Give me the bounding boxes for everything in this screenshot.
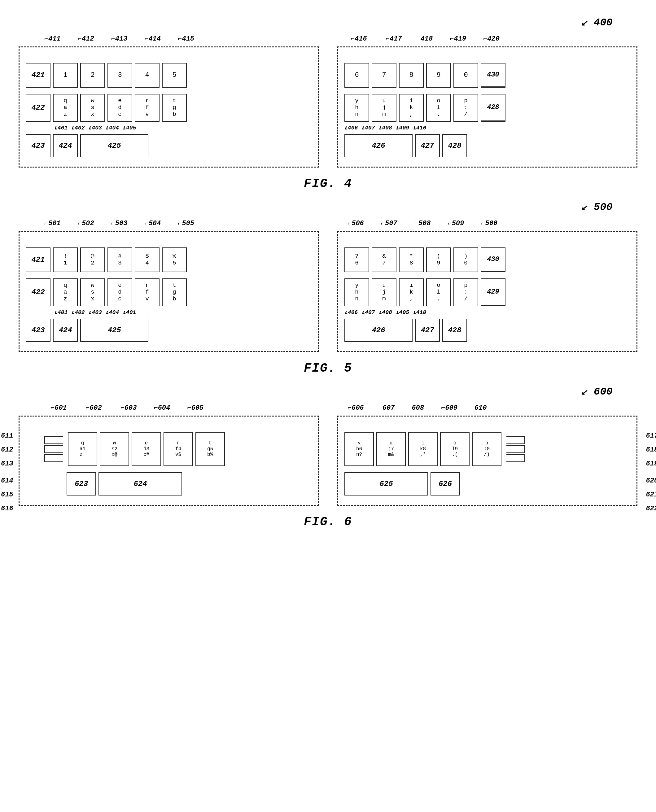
key-8[interactable]: 8 xyxy=(399,63,424,88)
key-7[interactable]: 7 xyxy=(372,63,396,88)
key6-ik8c[interactable]: i k8 ,* xyxy=(408,432,438,466)
ref-613: 613 xyxy=(1,460,13,468)
key-yhn[interactable]: y h n xyxy=(344,94,369,122)
key5-426[interactable]: 426 xyxy=(344,319,413,342)
key-422[interactable]: 422 xyxy=(26,94,51,122)
fig5-left-row1: 421 ! 1 @ 2 # 3 $ 4 % 5 xyxy=(26,247,312,272)
key6-623[interactable]: 623 xyxy=(67,472,96,495)
key6-625[interactable]: 625 xyxy=(344,472,428,495)
key-421[interactable]: 421 xyxy=(26,63,51,88)
fig6-right-row1: y h6 n? u j7 m& i k8 ,* o l9 .( p :0 /) xyxy=(344,432,612,466)
sublabel-406: ʟ406 xyxy=(344,124,358,131)
key5-dol4[interactable]: $ 4 xyxy=(135,247,159,272)
key-430[interactable]: 430 xyxy=(481,63,506,88)
key5-yhn[interactable]: y h n xyxy=(344,278,369,306)
key5-edc[interactable]: e d c xyxy=(107,278,132,306)
key5-q6[interactable]: ? 6 xyxy=(344,247,369,272)
key-qaz[interactable]: q a z xyxy=(53,94,78,122)
key-423[interactable]: 423 xyxy=(26,134,51,157)
ref-607: 607 xyxy=(382,404,395,412)
ref-500: ↙ 500 xyxy=(581,200,613,213)
key-428b[interactable]: 428 xyxy=(442,134,467,157)
key-2[interactable]: 2 xyxy=(80,63,105,88)
sublabel5-401: ʟ401 xyxy=(54,309,68,316)
fig5-left-row3: 423 424 425 xyxy=(26,319,312,342)
key-427[interactable]: 427 xyxy=(415,134,440,157)
key-425[interactable]: 425 xyxy=(80,134,149,157)
key-psl[interactable]: p : / xyxy=(453,94,478,122)
key6-626[interactable]: 626 xyxy=(430,472,460,495)
fig5-right-panel: ⌐506 ⌐507 ⌐508 ⌐509 ⌐500 ? 6 & 7 * 8 ( 9… xyxy=(337,231,637,352)
key5-ikc[interactable]: i k , xyxy=(399,278,424,306)
ref-622: 622 xyxy=(646,505,656,512)
key-wsx[interactable]: w s x xyxy=(80,94,105,122)
key5-428[interactable]: 428 xyxy=(442,319,467,342)
key6-p0sl[interactable]: p :0 /) xyxy=(472,432,501,466)
key5-psl[interactable]: p : / xyxy=(453,278,478,306)
fig6-label: FIG. 6 xyxy=(19,515,637,529)
key6-uj7m[interactable]: u j7 m& xyxy=(376,432,406,466)
key5-ujm[interactable]: u j m xyxy=(372,278,396,306)
key5-425[interactable]: 425 xyxy=(80,319,149,342)
key5-rfv[interactable]: r f v xyxy=(135,278,159,306)
fig5-label: FIG. 5 xyxy=(19,361,637,375)
key-9[interactable]: 9 xyxy=(426,63,451,88)
fig4-left-top-refs: ⌐411 ⌐412 ⌐413 ⌐414 ⌐415 xyxy=(44,35,194,43)
key5-ast8[interactable]: * 8 xyxy=(399,247,424,272)
key-428[interactable]: 428 xyxy=(481,94,506,122)
key5-423[interactable]: 423 xyxy=(26,319,51,342)
fig6-right-panel: ⌐606 607 608 ⌐609 610 617 618 619 620 62… xyxy=(337,416,637,506)
key6-624[interactable]: 624 xyxy=(99,472,182,495)
key5-429[interactable]: 429 xyxy=(481,278,506,306)
key5-pct5[interactable]: % 5 xyxy=(162,247,187,272)
key5-wsx[interactable]: w s x xyxy=(80,278,105,306)
key5-430[interactable]: 430 xyxy=(481,247,506,272)
key-ujm[interactable]: u j m xyxy=(372,94,396,122)
key5-421[interactable]: 421 xyxy=(26,247,51,272)
fig6-rbracket-1 xyxy=(506,436,525,444)
ref-506: ⌐506 xyxy=(348,220,364,227)
sublabel5-401b: ʟ401 xyxy=(123,309,136,316)
sublabel-404: ʟ404 xyxy=(105,124,119,131)
key-1[interactable]: 1 xyxy=(53,63,78,88)
key-0[interactable]: 0 xyxy=(453,63,478,88)
key5-rp0[interactable]: ) 0 xyxy=(453,247,478,272)
key5-at2[interactable]: @ 2 xyxy=(80,247,105,272)
key6-rf4v[interactable]: r f4 v$ xyxy=(164,432,193,466)
key6-yh6n[interactable]: y h6 n? xyxy=(344,432,374,466)
key6-ed3c[interactable]: e d3 c# xyxy=(132,432,161,466)
key5-old[interactable]: o l . xyxy=(426,278,451,306)
key6-qa1z[interactable]: q a1 z! xyxy=(68,432,97,466)
ref-609: ⌐609 xyxy=(441,404,458,412)
figure-4-section: ↙ 400 ⌐411 ⌐412 ⌐413 ⌐414 ⌐415 421 1 2 3 xyxy=(19,31,637,191)
key-5[interactable]: 5 xyxy=(162,63,187,88)
key-6[interactable]: 6 xyxy=(344,63,369,88)
key-3[interactable]: 3 xyxy=(107,63,132,88)
key5-422[interactable]: 422 xyxy=(26,278,51,306)
key5-hash3[interactable]: # 3 xyxy=(107,247,132,272)
key5-tgb[interactable]: t g b xyxy=(162,278,187,306)
sublabel-405: ʟ405 xyxy=(123,124,136,131)
key6-ol9d[interactable]: o l9 .( xyxy=(440,432,470,466)
key5-427[interactable]: 427 xyxy=(415,319,440,342)
fig6-left-side-bracket xyxy=(44,436,63,462)
key-426[interactable]: 426 xyxy=(344,134,413,157)
ref-411: ⌐411 xyxy=(44,35,61,43)
key5-424[interactable]: 424 xyxy=(53,319,78,342)
sublabel-401: ʟ401 xyxy=(54,124,68,131)
key-424[interactable]: 424 xyxy=(53,134,78,157)
fig4-label: FIG. 4 xyxy=(19,177,637,191)
key-ikc[interactable]: i k , xyxy=(399,94,424,122)
key-rfv[interactable]: r f v xyxy=(135,94,159,122)
key5-lp9[interactable]: ( 9 xyxy=(426,247,451,272)
key5-excl1[interactable]: ! 1 xyxy=(53,247,78,272)
key-4[interactable]: 4 xyxy=(135,63,159,88)
key6-ws2x[interactable]: w s2 x@ xyxy=(100,432,129,466)
fig5-left-sublabels: ʟ401 ʟ402 ʟ403 ʟ404 ʟ401 xyxy=(54,309,136,316)
key-tgb[interactable]: t g b xyxy=(162,94,187,122)
key-edc[interactable]: e d c xyxy=(107,94,132,122)
key5-amp7[interactable]: & 7 xyxy=(372,247,396,272)
key-old[interactable]: o l . xyxy=(426,94,451,122)
key5-qaz[interactable]: q a z xyxy=(53,278,78,306)
key6-tg5b[interactable]: t g5 b% xyxy=(195,432,225,466)
